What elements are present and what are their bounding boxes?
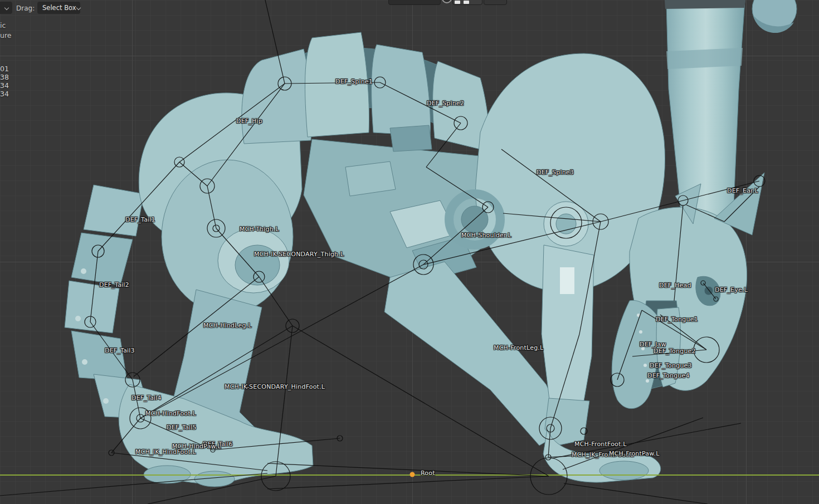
bone-label-Root[interactable]: Root [421,469,435,477]
bone-label-DEF_Tail1[interactable]: DEF_Tail1 [125,216,155,223]
bone-label-MCH-FrontFoot.L[interactable]: MCH-FrontFoot.L [574,441,627,448]
chevron-down-icon [4,6,9,10]
stats-line: 34 [0,90,9,98]
bone-label-DEF_Tongue2[interactable]: DEF_Tongue2 [654,348,696,355]
bone-label-DEF_Tail2[interactable]: DEF_Tail2 [99,281,129,288]
bone-label-DEF_Hip[interactable]: DEF_Hip [236,118,262,125]
stats-line: ure [0,31,11,40]
partial-dropdown[interactable] [0,2,12,14]
root-bone-point[interactable] [410,472,415,477]
bone-label-DEF_Ear.L[interactable]: DEF_Ear.L [727,187,758,194]
bone-label-MCH-FrontLeg.L[interactable]: MCH-FrontLeg.L [494,344,543,351]
bone-label-MCH-IK-SECONDARY_HindFoot.L[interactable]: MCH-IK-SECONDARY_HindFoot.L [225,383,325,390]
bone-label-MCH_IK_HindFoot.L[interactable]: MCH_IK_HindFoot.L [135,448,196,456]
stats-line: 34 [0,81,9,90]
drag-label: Drag: [16,4,35,12]
blender-3d-viewport[interactable]: Drag: Select Box icure01383434 DEF_Spine… [0,0,819,504]
snap-menu-icon [464,1,469,4]
bone-label-MCH-HindLeg.L[interactable]: MCH-HindLeg.L [203,322,252,329]
bone-label-DEF_Spine3[interactable]: DEF_Spine3 [537,169,574,176]
bone-label-DEF_Eye.L[interactable]: DEF_Eye.L [715,286,748,293]
leg-slot [560,267,574,294]
bone-label-DEF_Tail3[interactable]: DEF_Tail3 [105,347,135,354]
header-sliver [0,0,819,4]
bone-label-MCH-Thigh.L[interactable]: MCH-Thigh.L [240,226,279,233]
bone-label-DEF_Tongue3[interactable]: DEF_Tongue3 [650,362,692,369]
bone-label-MCH-Shoulder.L[interactable]: MCH-Shoulder.L [461,232,511,239]
magnet-icon [455,1,460,4]
viewport-canvas[interactable] [0,0,819,504]
chevron-down-icon [76,6,77,10]
bone-label-DEF_Tail4[interactable]: DEF_Tail4 [131,394,162,402]
select-mode-value: Select Box [42,4,76,12]
header-field[interactable] [388,0,441,5]
stats-line: ic [0,21,6,30]
bone-label-DEF_Spine1[interactable]: DEF_Spine1 [335,78,373,85]
bone-label-DEF_Tail5[interactable]: DEF_Tail5 [167,424,197,431]
thigh-disc [162,160,293,314]
stats-line: 01 [0,65,9,73]
bone-label-DEF_Tongue1[interactable]: DEF_Tongue1 [656,316,698,323]
bone-label-MCH-FrontPaw.L[interactable]: MCH-FrontPaw.L [609,450,660,457]
stats-line: 38 [0,73,9,81]
front-toe [599,461,649,480]
proportional-edit-icon[interactable] [442,0,452,3]
select-mode-dropdown[interactable]: Select Box [37,2,80,14]
bone-label-DEF_Spine2[interactable]: DEF_Spine2 [427,100,464,107]
snap-toggle-group[interactable] [452,0,482,5]
bone-label-MCH-IK-SECONDARY_Thigh.L[interactable]: MCH-IK-SECONDARY_Thigh.L [254,251,344,258]
bone-label-MCH-HindFoot.L[interactable]: MCH-HindFoot.L [145,410,196,417]
shoulder-ball-core [556,214,576,234]
bone-label-DEF_Tongue4[interactable]: DEF_Tongue4 [647,372,690,379]
header-button-group[interactable] [484,0,507,5]
bone-label-DEF_Head[interactable]: DEF_Head [659,282,691,289]
